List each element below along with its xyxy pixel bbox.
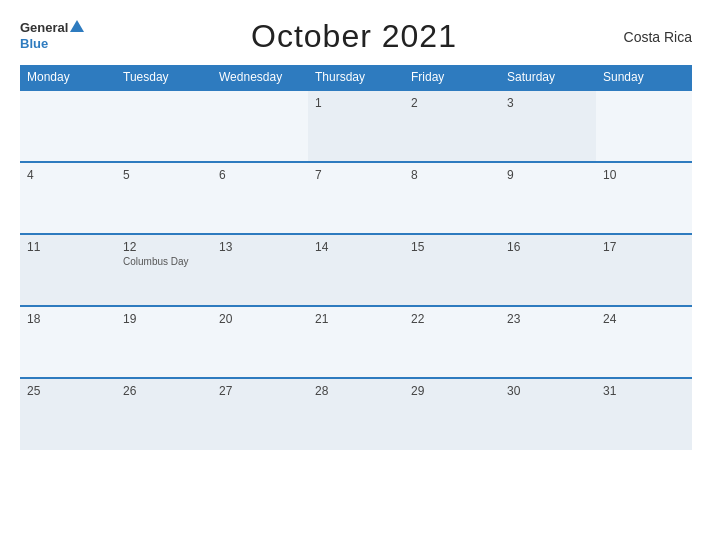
day-number: 1	[315, 96, 397, 110]
calendar-cell: 9	[500, 162, 596, 234]
weekday-header-thursday: Thursday	[308, 65, 404, 90]
calendar-cell: 23	[500, 306, 596, 378]
calendar-week-1: 123	[20, 90, 692, 162]
calendar-cell: 21	[308, 306, 404, 378]
day-number: 18	[27, 312, 109, 326]
day-number: 15	[411, 240, 493, 254]
day-number: 2	[411, 96, 493, 110]
header: General Blue October 2021 Costa Rica	[20, 18, 692, 55]
day-number: 8	[411, 168, 493, 182]
day-number: 22	[411, 312, 493, 326]
day-number: 25	[27, 384, 109, 398]
day-number: 4	[27, 168, 109, 182]
calendar-header: MondayTuesdayWednesdayThursdayFridaySatu…	[20, 65, 692, 90]
day-number: 26	[123, 384, 205, 398]
calendar-cell: 20	[212, 306, 308, 378]
calendar-cell: 15	[404, 234, 500, 306]
calendar-cell	[116, 90, 212, 162]
calendar-cell: 8	[404, 162, 500, 234]
calendar-cell: 16	[500, 234, 596, 306]
calendar-cell: 24	[596, 306, 692, 378]
day-number: 19	[123, 312, 205, 326]
weekday-header-saturday: Saturday	[500, 65, 596, 90]
day-number: 17	[603, 240, 685, 254]
month-title: October 2021	[251, 18, 457, 55]
day-number: 20	[219, 312, 301, 326]
day-number: 7	[315, 168, 397, 182]
calendar-cell: 12Columbus Day	[116, 234, 212, 306]
calendar-body: 123456789101112Columbus Day1314151617181…	[20, 90, 692, 450]
weekday-header-monday: Monday	[20, 65, 116, 90]
day-number: 6	[219, 168, 301, 182]
weekday-header-wednesday: Wednesday	[212, 65, 308, 90]
day-number: 5	[123, 168, 205, 182]
logo-triangle-icon	[70, 20, 84, 32]
calendar-cell: 31	[596, 378, 692, 450]
day-number: 23	[507, 312, 589, 326]
logo-general-text: General	[20, 21, 68, 34]
day-number: 29	[411, 384, 493, 398]
day-number: 30	[507, 384, 589, 398]
logo: General Blue	[20, 21, 84, 52]
calendar-table: MondayTuesdayWednesdayThursdayFridaySatu…	[20, 65, 692, 450]
day-number: 16	[507, 240, 589, 254]
calendar-cell: 14	[308, 234, 404, 306]
calendar-cell: 26	[116, 378, 212, 450]
day-number: 12	[123, 240, 205, 254]
calendar-cell: 19	[116, 306, 212, 378]
calendar-cell: 30	[500, 378, 596, 450]
day-number: 10	[603, 168, 685, 182]
day-number: 3	[507, 96, 589, 110]
calendar-cell: 13	[212, 234, 308, 306]
calendar-cell: 3	[500, 90, 596, 162]
calendar-cell: 6	[212, 162, 308, 234]
calendar-page: General Blue October 2021 Costa Rica Mon…	[0, 0, 712, 550]
calendar-cell: 4	[20, 162, 116, 234]
calendar-cell: 5	[116, 162, 212, 234]
day-number: 11	[27, 240, 109, 254]
calendar-cell: 10	[596, 162, 692, 234]
calendar-cell	[596, 90, 692, 162]
calendar-cell: 28	[308, 378, 404, 450]
calendar-cell: 2	[404, 90, 500, 162]
day-number: 28	[315, 384, 397, 398]
holiday-label: Columbus Day	[123, 256, 205, 267]
calendar-cell: 7	[308, 162, 404, 234]
weekday-header-friday: Friday	[404, 65, 500, 90]
day-number: 27	[219, 384, 301, 398]
calendar-cell: 22	[404, 306, 500, 378]
weekday-header-row: MondayTuesdayWednesdayThursdayFridaySatu…	[20, 65, 692, 90]
calendar-cell	[212, 90, 308, 162]
calendar-cell: 27	[212, 378, 308, 450]
day-number: 9	[507, 168, 589, 182]
calendar-cell: 29	[404, 378, 500, 450]
calendar-week-2: 45678910	[20, 162, 692, 234]
calendar-cell: 17	[596, 234, 692, 306]
calendar-cell: 18	[20, 306, 116, 378]
logo-blue-text: Blue	[20, 36, 48, 51]
country-name: Costa Rica	[624, 29, 692, 45]
day-number: 31	[603, 384, 685, 398]
calendar-cell	[20, 90, 116, 162]
calendar-cell: 11	[20, 234, 116, 306]
day-number: 24	[603, 312, 685, 326]
day-number: 21	[315, 312, 397, 326]
weekday-header-sunday: Sunday	[596, 65, 692, 90]
calendar-week-3: 1112Columbus Day1314151617	[20, 234, 692, 306]
day-number: 14	[315, 240, 397, 254]
calendar-week-5: 25262728293031	[20, 378, 692, 450]
calendar-cell: 25	[20, 378, 116, 450]
calendar-cell: 1	[308, 90, 404, 162]
calendar-week-4: 18192021222324	[20, 306, 692, 378]
day-number: 13	[219, 240, 301, 254]
weekday-header-tuesday: Tuesday	[116, 65, 212, 90]
